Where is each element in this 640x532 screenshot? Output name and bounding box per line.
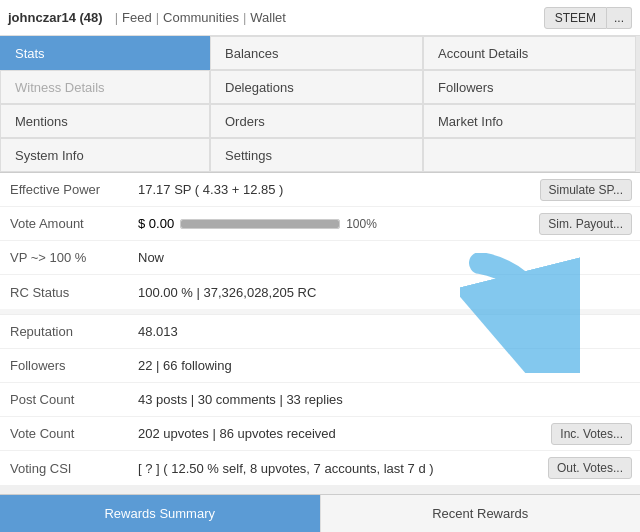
menu-item-balances[interactable]: Balances <box>210 36 423 70</box>
stats-label: Reputation <box>0 324 130 339</box>
stats-section: Effective Power17.17 SP ( 4.33 + 12.85 )… <box>0 173 640 485</box>
stats-label: Post Count <box>0 392 130 407</box>
stats-value: 22 | 66 following <box>130 358 640 373</box>
menu-cell-empty <box>423 138 636 172</box>
menu-item-settings[interactable]: Settings <box>210 138 423 172</box>
stats-value: 43 posts | 30 comments | 33 replies <box>130 392 640 407</box>
stats-value: [ ? ] ( 12.50 % self, 8 upvotes, 7 accou… <box>130 461 548 476</box>
vote-bar-fill <box>181 220 339 228</box>
sep2: | <box>156 10 159 25</box>
stats-row-rc-status: RC Status100.00 % | 37,326,028,205 RC <box>0 275 640 309</box>
menu-item-mentions[interactable]: Mentions <box>0 104 210 138</box>
stats-value: 202 upvotes | 86 upvotes received <box>130 426 551 441</box>
vote-amount-value: $ 0.00 <box>138 216 174 231</box>
nav-feed[interactable]: Feed <box>122 10 152 25</box>
stats-label: VP ~> 100 % <box>0 250 130 265</box>
stats-value: Now <box>130 250 640 265</box>
stats-row-vp-100-: VP ~> 100 %Now <box>0 241 640 275</box>
username[interactable]: johnczar14 (48) <box>8 10 103 25</box>
stats-label: Vote Count <box>0 426 130 441</box>
menu-item-witness-details: Witness Details <box>0 70 210 104</box>
bottom-tab-recent-rewards[interactable]: Recent Rewards <box>321 495 641 532</box>
sep1: | <box>115 10 118 25</box>
stats-row-vote-amount: Vote Amount$ 0.00100%Sim. Payout... <box>0 207 640 241</box>
action-btn-sim--payout---[interactable]: Sim. Payout... <box>539 213 632 235</box>
stats-label: Followers <box>0 358 130 373</box>
menu-item-system-info[interactable]: System Info <box>0 138 210 172</box>
vote-bar <box>180 219 340 229</box>
nav-wallet[interactable]: Wallet <box>250 10 286 25</box>
action-btn-inc--votes---[interactable]: Inc. Votes... <box>551 423 632 445</box>
sep3: | <box>243 10 246 25</box>
stats-row-vote-count: Vote Count202 upvotes | 86 upvotes recei… <box>0 417 640 451</box>
stats-value: 48.013 <box>130 324 640 339</box>
stats-value: 17.17 SP ( 4.33 + 12.85 ) <box>130 182 540 197</box>
action-btn-out--votes---[interactable]: Out. Votes... <box>548 457 632 479</box>
stats-row-reputation: Reputation48.013 <box>0 315 640 349</box>
stats-label: Effective Power <box>0 182 130 197</box>
bottom-tab-rewards-summary[interactable]: Rewards Summary <box>0 495 321 532</box>
top-nav: johnczar14 (48) | Feed | Communities | W… <box>0 0 640 36</box>
dots-button[interactable]: ... <box>607 7 632 29</box>
menu-item-account-details[interactable]: Account Details <box>423 36 636 70</box>
menu-item-followers[interactable]: Followers <box>423 70 636 104</box>
action-btn-simulate-sp---[interactable]: Simulate SP... <box>540 179 632 201</box>
vote-amount-wrap: $ 0.00100% <box>130 216 539 231</box>
nav-communities[interactable]: Communities <box>163 10 239 25</box>
vote-pct-label: 100% <box>346 217 377 231</box>
menu-item-market-info[interactable]: Market Info <box>423 104 636 138</box>
stats-row-voting-csi: Voting CSI[ ? ] ( 12.50 % self, 8 upvote… <box>0 451 640 485</box>
menu-item-delegations[interactable]: Delegations <box>210 70 423 104</box>
stats-row-post-count: Post Count43 posts | 30 comments | 33 re… <box>0 383 640 417</box>
stats-value: 100.00 % | 37,326,028,205 RC <box>130 285 640 300</box>
menu-item-stats[interactable]: Stats <box>0 36 210 70</box>
menu-item-orders[interactable]: Orders <box>210 104 423 138</box>
stats-row-followers: Followers22 | 66 following <box>0 349 640 383</box>
bottom-tabs: Rewards SummaryRecent Rewards <box>0 494 640 532</box>
menu-grid: StatsBalancesAccount DetailsWitness Deta… <box>0 36 640 173</box>
stats-label: RC Status <box>0 285 130 300</box>
steem-button[interactable]: STEEM <box>544 7 607 29</box>
stats-label: Voting CSI <box>0 461 130 476</box>
stats-row-effective-power: Effective Power17.17 SP ( 4.33 + 12.85 )… <box>0 173 640 207</box>
stats-label: Vote Amount <box>0 216 130 231</box>
